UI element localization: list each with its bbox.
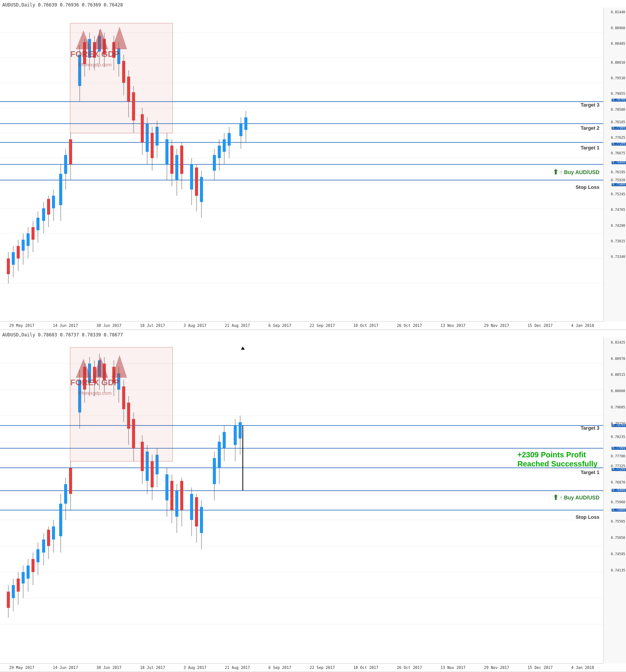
bottom-buy-label: ⬆ ↑ Buy AUD/USD xyxy=(553,493,600,502)
bottom-price-79605: 0.79605 xyxy=(611,406,625,409)
svg-rect-37 xyxy=(59,174,62,205)
top-price-axis: 0.81440 0.80960 0.80485 0.80010 0.79530 … xyxy=(603,8,626,321)
svg-rect-125 xyxy=(17,579,20,592)
top-chart-header: AUDUSD,Daily 0.76639 0.76936 0.76369 0.7… xyxy=(2,2,123,8)
bottom-chart-panel: AUDUSD,Daily 0.78603 0.78737 0.78339 0.7… xyxy=(0,330,626,672)
price-79530: 0.79530 xyxy=(611,77,625,80)
svg-rect-191 xyxy=(213,458,216,484)
date-8: 22 Sep 2017 xyxy=(310,323,335,328)
bottom-price-77209: 0.77209 xyxy=(612,468,626,471)
price-77909-top: 0.77909 xyxy=(612,127,626,130)
bottom-price-76870: 0.76870 xyxy=(611,481,625,484)
date-12: 29 Nov 2017 xyxy=(484,323,509,328)
bottom-chart-svg: FOREX GDP ©forexgdp.com xyxy=(0,338,603,663)
price-81440: 0.81440 xyxy=(611,11,625,14)
bottom-date-2: 14 Jun 2017 xyxy=(53,666,78,670)
svg-text:FOREX GDP: FOREX GDP xyxy=(70,49,120,59)
svg-rect-137 xyxy=(47,530,50,546)
bottom-date-7: 6 Sep 2017 xyxy=(268,666,291,670)
top-chart-panel: AUDUSD,Daily 0.76639 0.76936 0.76369 0.7… xyxy=(0,0,626,330)
svg-rect-85 xyxy=(200,177,203,202)
main-container: AUDUSD,Daily 0.76639 0.76936 0.76369 0.7… xyxy=(0,0,626,672)
bottom-price-76400: 0.76400 xyxy=(612,489,626,492)
svg-rect-177 xyxy=(165,474,168,501)
date-6: 21 Aug 2017 xyxy=(225,323,250,328)
bottom-date-11: 13 Nov 2017 xyxy=(440,666,466,670)
bottom-price-axis: 0.81425 0.80970 0.80515 0.80060 0.79605 … xyxy=(603,338,626,663)
bottom-price-75050: 0.75050 xyxy=(611,536,625,540)
svg-rect-131 xyxy=(31,559,35,572)
svg-rect-133 xyxy=(36,549,39,562)
svg-rect-29 xyxy=(36,218,39,230)
svg-rect-127 xyxy=(22,572,25,583)
svg-rect-81 xyxy=(190,165,193,190)
svg-rect-97 xyxy=(244,117,247,130)
price-80010: 0.80010 xyxy=(611,61,625,64)
svg-rect-173 xyxy=(151,461,154,487)
top-chart-area: FOREX GDP ©forexgdp.com xyxy=(0,8,603,321)
price-76400-top: 0.76400 xyxy=(612,161,626,164)
svg-text:©forexgdp.com: ©forexgdp.com xyxy=(78,62,112,68)
svg-rect-87 xyxy=(213,155,216,171)
bottom-date-1: 29 May 2017 xyxy=(9,666,34,670)
bottom-date-3: 30 Jun 2017 xyxy=(96,666,121,670)
bottom-price-74135: 0.74135 xyxy=(611,569,625,572)
svg-marker-201 xyxy=(241,347,245,350)
svg-rect-195 xyxy=(223,432,226,448)
price-74765: 0.74765 xyxy=(611,208,625,212)
bottom-date-14: 4 Jan 2018 xyxy=(571,666,594,670)
svg-rect-23 xyxy=(22,240,25,251)
top-stoploss-label: Stop Loss xyxy=(576,184,599,190)
svg-rect-135 xyxy=(42,540,45,553)
bottom-buy-text: ↑ Buy AUD/USD xyxy=(560,495,600,501)
date-5: 3 Aug 2017 xyxy=(184,323,206,328)
svg-rect-187 xyxy=(195,497,198,526)
price-77625: 0.77625 xyxy=(611,136,625,140)
bottom-chart-header: AUDUSD,Daily 0.78603 0.78737 0.78339 0.7… xyxy=(2,332,123,338)
price-76675: 0.76675 xyxy=(611,152,625,155)
bottom-price-75505: 0.75505 xyxy=(611,520,625,523)
bottom-date-5: 3 Aug 2017 xyxy=(184,666,206,670)
price-74290: 0.74290 xyxy=(611,224,625,228)
bottom-price-77909: 0.77909 xyxy=(612,447,626,450)
bottom-price-78235: 0.78235 xyxy=(611,435,625,439)
svg-rect-79 xyxy=(180,146,183,174)
bottom-target1-label: Target 1 xyxy=(580,469,599,475)
svg-rect-83 xyxy=(195,168,198,196)
svg-rect-181 xyxy=(175,491,178,517)
price-78105: 0.78105 xyxy=(611,121,625,124)
svg-rect-75 xyxy=(170,146,173,174)
bottom-date-4: 18 Jul 2017 xyxy=(140,666,165,670)
bottom-price-77780: 0.77780 xyxy=(611,455,625,458)
svg-rect-19 xyxy=(12,252,15,265)
bottom-price-80970: 0.80970 xyxy=(611,357,625,361)
bottom-price-78709: 0.78709 xyxy=(612,424,626,427)
svg-rect-145 xyxy=(69,468,72,494)
svg-rect-197 xyxy=(234,425,237,445)
price-75920: 0.75920 xyxy=(611,179,625,182)
svg-rect-21 xyxy=(17,246,20,259)
svg-text:©forexgdp.com: ©forexgdp.com xyxy=(78,390,112,396)
price-75800-top: 0.75800 xyxy=(612,183,626,186)
svg-rect-123 xyxy=(12,585,15,598)
top-buy-label: ⬆ ↑ Buy AUD/USD xyxy=(553,168,600,176)
top-target1-label: Target 1 xyxy=(580,145,599,151)
bottom-price-80060: 0.80060 xyxy=(611,389,625,393)
svg-rect-139 xyxy=(52,526,55,539)
top-date-axis: 29 May 2017 14 Jun 2017 30 Jun 2017 18 J… xyxy=(0,321,603,330)
price-80960: 0.80960 xyxy=(611,27,625,30)
date-2: 14 Jun 2017 xyxy=(53,323,78,328)
price-76195: 0.76195 xyxy=(611,171,625,174)
date-14: 4 Jan 2018 xyxy=(571,323,594,328)
svg-rect-39 xyxy=(64,155,67,174)
bottom-price-75960: 0.75960 xyxy=(611,501,625,504)
svg-rect-27 xyxy=(31,227,35,240)
svg-rect-199 xyxy=(239,422,242,438)
svg-rect-143 xyxy=(64,484,67,504)
bottom-date-axis: 29 May 2017 14 Jun 2017 30 Jun 2017 18 J… xyxy=(0,663,603,672)
svg-text:FOREX GDP: FOREX GDP xyxy=(70,378,120,387)
svg-rect-95 xyxy=(239,124,242,136)
bottom-chart-area: FOREX GDP ©forexgdp.com xyxy=(0,338,603,663)
date-9: 10 Oct 2017 xyxy=(353,323,378,328)
top-target3-label: Target 3 xyxy=(580,102,599,108)
